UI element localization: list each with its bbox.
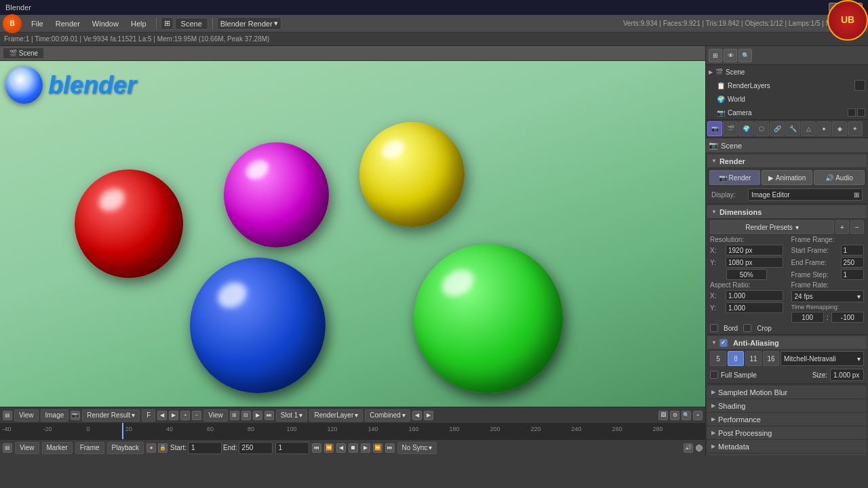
footer-marker[interactable]: Marker: [42, 442, 73, 454]
step-back-icon[interactable]: ⏪: [324, 443, 334, 453]
add-icon[interactable]: +: [180, 411, 190, 420]
panel-icon-1[interactable]: ⊞: [709, 49, 722, 62]
outliner-world[interactable]: 🌍 World: [714, 92, 868, 106]
render-extra-icon[interactable]: +: [693, 411, 703, 420]
aspect-x-input[interactable]: 1.000: [726, 290, 783, 301]
render-result-select[interactable]: Render Result ▾: [82, 409, 140, 422]
aa-filter-select[interactable]: Mitchell-Netravali ▾: [781, 351, 864, 366]
start-frame-val[interactable]: 1: [841, 245, 865, 256]
editor-type-selector[interactable]: ⊞: [161, 17, 174, 30]
aa-btn-8[interactable]: 8: [728, 351, 744, 366]
footer-frame[interactable]: Frame: [75, 442, 104, 454]
post-processing-section[interactable]: ▶ Post Processing: [707, 426, 867, 440]
skip-start-icon[interactable]: ⏮: [312, 443, 321, 453]
render-settings-icon[interactable]: ⚙: [670, 411, 679, 420]
view-button[interactable]: View: [14, 409, 39, 422]
output-section[interactable]: ▶ Output: [707, 453, 867, 455]
crop-checkbox[interactable]: [743, 324, 751, 332]
scene-name[interactable]: Scene: [175, 18, 208, 30]
prev-icon[interactable]: ◀: [157, 411, 167, 420]
file-menu[interactable]: File: [26, 18, 49, 29]
prop-material-icon[interactable]: ●: [816, 121, 831, 136]
next-icon[interactable]: ▶: [169, 411, 178, 420]
combined-prev[interactable]: ◀: [412, 411, 422, 420]
res-y-input[interactable]: 1080 px: [726, 257, 783, 268]
animation-tab[interactable]: ▶ Animation: [762, 170, 812, 185]
render-tab[interactable]: 📷 Render: [709, 170, 760, 185]
metadata-section[interactable]: ▶ Metadata: [707, 440, 867, 453]
prop-modifier-icon[interactable]: 🔧: [785, 121, 800, 136]
res-x-input[interactable]: 1920 px: [726, 245, 783, 256]
help-menu[interactable]: Help: [125, 18, 152, 29]
render-camera-icon[interactable]: 📷: [71, 411, 80, 420]
play-forward-icon[interactable]: ▶: [361, 443, 370, 453]
outliner-render-layers[interactable]: 📋 RenderLayers: [714, 79, 868, 92]
stop-icon[interactable]: ⏹: [349, 443, 358, 453]
percent-input[interactable]: 50%: [726, 269, 767, 280]
combined-select[interactable]: Combined ▾: [365, 409, 410, 422]
record-icon[interactable]: ●: [146, 443, 156, 453]
image-button[interactable]: Image: [41, 409, 69, 422]
view-zoom-icon[interactable]: ⊟: [241, 411, 251, 420]
prop-texture-icon[interactable]: ◆: [832, 121, 847, 136]
skip-end-icon[interactable]: ⏭: [385, 443, 395, 453]
prop-render-icon[interactable]: 📷: [707, 121, 722, 136]
cam-render-icon[interactable]: [857, 108, 865, 117]
view2-button[interactable]: View: [203, 409, 228, 422]
end-frame-input[interactable]: 250: [239, 442, 273, 454]
timeline-cursor[interactable]: [122, 423, 123, 439]
search-button[interactable]: 🔍: [738, 49, 752, 62]
sampled-motion-blur-section[interactable]: ▶ Sampled Motion Blur: [707, 386, 867, 399]
prop-object-icon[interactable]: ⬡: [754, 121, 769, 136]
render-layers-extra[interactable]: [854, 80, 865, 91]
shading-section[interactable]: ▶ Shading: [707, 399, 867, 413]
outliner-scene[interactable]: ▶ 🎬 Scene: [706, 65, 868, 79]
prop-world-icon[interactable]: 🌍: [738, 121, 753, 136]
aa-btn-5[interactable]: 5: [710, 351, 726, 366]
footer-view[interactable]: View: [15, 442, 39, 454]
render-layer-select[interactable]: RenderLayer ▾: [309, 409, 363, 422]
time-remap-old[interactable]: 100: [791, 312, 824, 323]
prop-particles-icon[interactable]: ✦: [848, 121, 863, 136]
bord-checkbox[interactable]: [710, 324, 718, 332]
render-section-header[interactable]: ▼ Render: [707, 155, 867, 168]
footer-icon[interactable]: ▤: [3, 443, 12, 453]
cam-vis-icon[interactable]: [848, 108, 856, 117]
step-forward-icon[interactable]: ⏩: [373, 443, 382, 453]
start-frame-input[interactable]: 1: [188, 442, 222, 454]
slot-select[interactable]: Slot 1 ▾: [276, 409, 308, 422]
render-menu[interactable]: Render: [50, 18, 85, 29]
render-zoom-icon[interactable]: 🔍: [682, 411, 691, 420]
window-menu[interactable]: Window: [87, 18, 124, 29]
frame-step-val[interactable]: 1: [841, 269, 865, 280]
play-reverse-icon[interactable]: ◀: [336, 443, 346, 453]
end-frame-val[interactable]: 250: [841, 257, 865, 268]
aa-section-header[interactable]: ▼ Anti-Aliasing: [707, 336, 867, 350]
aa-btn-16[interactable]: 16: [763, 351, 779, 366]
playback-lock-icon[interactable]: 🔒: [158, 443, 167, 453]
fps-select[interactable]: 24 fps ▾: [791, 290, 865, 302]
outliner-camera[interactable]: 📷 Camera: [714, 106, 868, 119]
combined-next[interactable]: ▶: [424, 411, 433, 420]
skip-icon[interactable]: ⏭: [264, 411, 274, 420]
prop-data-icon[interactable]: △: [801, 121, 816, 136]
presets-remove-btn[interactable]: −: [850, 220, 864, 234]
audio-icon[interactable]: 🔊: [684, 443, 693, 453]
viewport[interactable]: blender: [0, 61, 705, 407]
audio-tab[interactable]: 🔊 Audio: [814, 170, 865, 185]
display-select[interactable]: Image Editor ⊞: [748, 188, 863, 201]
footer-playback[interactable]: Playback: [107, 442, 144, 454]
full-sample-checkbox[interactable]: [710, 371, 718, 379]
performance-section[interactable]: ▶ Performance: [707, 413, 867, 426]
aspect-y-input[interactable]: 1.000: [726, 302, 783, 313]
render-bar-icon[interactable]: ▤: [3, 411, 12, 420]
size-value[interactable]: 1.000 px: [830, 369, 864, 381]
timeline-ruler[interactable]: -40 -20 0 20 40 60 80 100 120 140 160 18…: [0, 423, 703, 439]
f-button[interactable]: F: [142, 409, 155, 422]
render-display-icon[interactable]: 🖼: [658, 411, 668, 420]
dimensions-header[interactable]: ▼ Dimensions: [707, 205, 867, 219]
render-presets-btn[interactable]: Render Presets ▾: [710, 220, 834, 234]
prop-scene-icon[interactable]: 🎬: [723, 121, 738, 136]
remove-icon[interactable]: −: [192, 411, 201, 420]
aa-btn-11[interactable]: 11: [745, 351, 762, 366]
